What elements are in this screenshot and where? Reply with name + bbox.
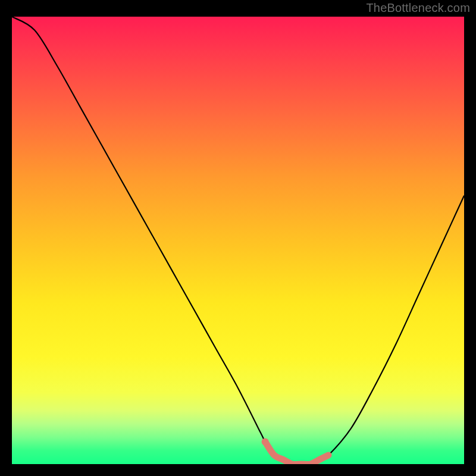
optimal-marker xyxy=(262,438,269,445)
watermark-text: TheBottleneck.com xyxy=(366,1,470,15)
chart-container: TheBottleneck.com xyxy=(0,0,476,476)
highlight-segment xyxy=(265,441,328,464)
bottleneck-curve xyxy=(12,17,464,464)
plot-area xyxy=(12,17,464,464)
curve-path xyxy=(12,17,464,464)
